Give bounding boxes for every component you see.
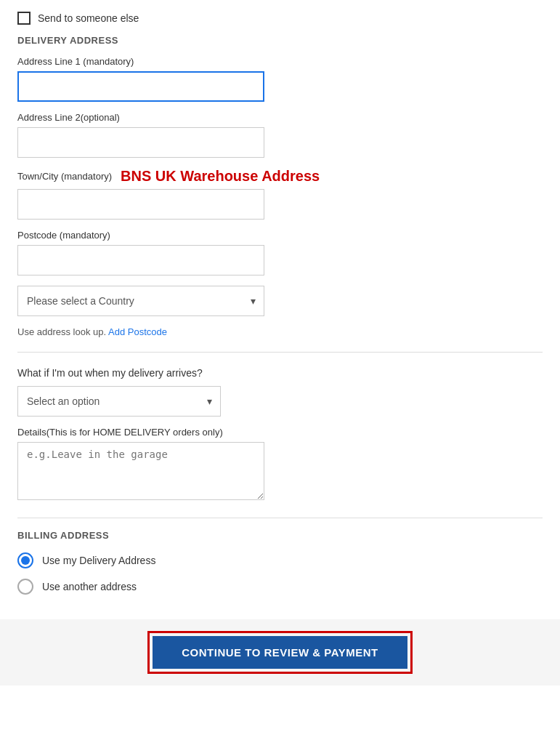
town-city-label-row: Town/City (mandatory) BNS UK Warehouse A… <box>17 168 543 185</box>
billing-option1-label: Use my Delivery Address <box>42 555 155 566</box>
billing-section: BILLING ADDRESS Use my Delivery Address … <box>0 518 560 619</box>
delivery-address-title: DELIVERY ADDRESS <box>17 35 543 46</box>
billing-option1-row[interactable]: Use my Delivery Address <box>17 552 543 568</box>
continue-button[interactable]: CONTINUE TO REVIEW & PAYMENT <box>153 636 407 669</box>
address-lookup-text: Use address look up. <box>17 326 106 337</box>
bottom-button-area: CONTINUE TO REVIEW & PAYMENT <box>0 619 560 685</box>
form-section: Send to someone else DELIVERY ADDRESS Ad… <box>0 0 560 518</box>
warehouse-tag: BNS UK Warehouse Address <box>121 168 320 185</box>
billing-option2-label: Use another address <box>42 581 137 592</box>
country-group: Please select a Country United Kingdom U… <box>17 286 543 316</box>
divider-1 <box>17 352 543 353</box>
delivery-option-select[interactable]: Select an option Leave with neighbour Le… <box>17 386 221 417</box>
postcode-input[interactable] <box>17 245 264 275</box>
postcode-group: Postcode (mandatory) <box>17 230 543 275</box>
send-to-someone-label: Send to someone else <box>38 12 139 24</box>
delivery-question: What if I'm out when my delivery arrives… <box>17 367 543 379</box>
send-to-someone-row: Send to someone else <box>17 12 543 25</box>
country-select[interactable]: Please select a Country United Kingdom U… <box>17 286 264 316</box>
add-postcode-link[interactable]: Add Postcode <box>108 326 167 337</box>
address-line2-group: Address Line 2(optional) <box>17 112 543 158</box>
postcode-label: Postcode (mandatory) <box>17 230 543 241</box>
continue-btn-wrapper: CONTINUE TO REVIEW & PAYMENT <box>147 631 412 674</box>
main-container: Send to someone else DELIVERY ADDRESS Ad… <box>0 0 560 732</box>
country-select-wrapper: Please select a Country United Kingdom U… <box>17 286 264 316</box>
address-line2-input[interactable] <box>17 127 264 158</box>
send-to-someone-checkbox[interactable] <box>17 12 31 25</box>
billing-radio-2[interactable] <box>17 579 33 595</box>
address-lookup-row: Use address look up. Add Postcode <box>17 326 543 337</box>
delivery-option-wrapper: Select an option Leave with neighbour Le… <box>17 386 221 417</box>
town-city-input[interactable] <box>17 189 264 220</box>
address-line1-group: Address Line 1 (mandatory) <box>17 56 543 102</box>
details-textarea[interactable] <box>17 442 264 500</box>
town-city-label: Town/City (mandatory) <box>17 171 112 182</box>
billing-radio-1-inner <box>21 556 30 565</box>
address-line1-input[interactable] <box>17 71 264 102</box>
town-city-group: Town/City (mandatory) BNS UK Warehouse A… <box>17 168 543 220</box>
billing-address-title: BILLING ADDRESS <box>17 530 543 541</box>
billing-radio-1[interactable] <box>17 552 33 568</box>
billing-option2-row[interactable]: Use another address <box>17 579 543 595</box>
address-line2-label: Address Line 2(optional) <box>17 112 543 123</box>
details-label: Details(This is for HOME DELIVERY orders… <box>17 427 543 438</box>
address-line1-label: Address Line 1 (mandatory) <box>17 56 543 67</box>
